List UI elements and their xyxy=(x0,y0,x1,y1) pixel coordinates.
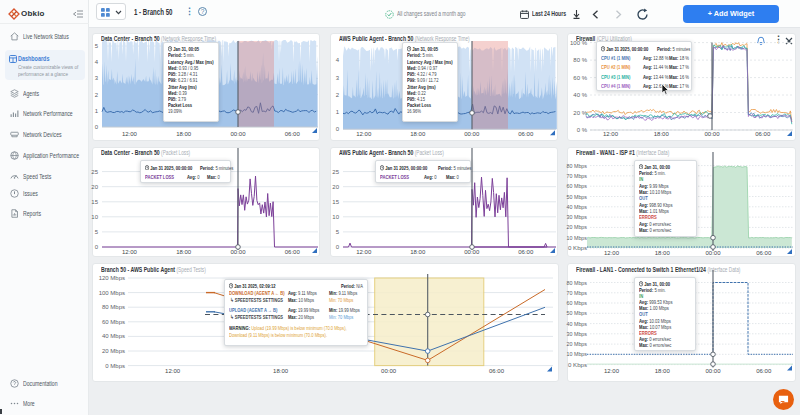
svg-text:50 Mbps: 50 Mbps xyxy=(567,194,588,200)
svg-text:18:00: 18:00 xyxy=(655,368,671,374)
svg-text:5: 5 xyxy=(336,229,340,235)
svg-text:2: 2 xyxy=(336,92,340,98)
svg-text:18:00: 18:00 xyxy=(655,250,671,256)
svg-text:06:00: 06:00 xyxy=(756,250,772,256)
svg-text:40 Mbps: 40 Mbps xyxy=(567,204,588,210)
svg-text:80 Mbps: 80 Mbps xyxy=(567,163,588,169)
svg-text:00:00: 00:00 xyxy=(705,368,721,374)
svg-text:25: 25 xyxy=(332,169,339,175)
svg-text:12:00: 12:00 xyxy=(165,368,181,374)
svg-text:40 Mbps: 40 Mbps xyxy=(102,333,125,339)
svg-text:12:00: 12:00 xyxy=(604,250,620,256)
svg-text:0: 0 xyxy=(95,124,99,130)
svg-text:12:00: 12:00 xyxy=(122,131,138,137)
svg-text:06:00: 06:00 xyxy=(489,368,505,374)
svg-text:60 Mbps: 60 Mbps xyxy=(102,319,125,325)
svg-text:70 Mbps: 70 Mbps xyxy=(567,173,588,179)
svg-text:20 %: 20 % xyxy=(573,110,587,116)
svg-text:06:00: 06:00 xyxy=(518,249,534,255)
svg-text:0 Kbps: 0 Kbps xyxy=(568,362,587,368)
svg-text:18:00: 18:00 xyxy=(410,249,426,255)
svg-text:30 Mbps: 30 Mbps xyxy=(567,214,588,220)
svg-text:18:00: 18:00 xyxy=(273,368,289,374)
svg-text:25: 25 xyxy=(91,169,98,175)
svg-text:40 Mbps: 40 Mbps xyxy=(567,321,588,327)
svg-text:10 Mbps: 10 Mbps xyxy=(567,235,588,241)
svg-text:1: 1 xyxy=(336,109,340,115)
svg-text:80 Mbps: 80 Mbps xyxy=(567,280,588,286)
svg-text:3: 3 xyxy=(336,75,340,81)
svg-text:00:00: 00:00 xyxy=(381,368,397,374)
svg-text:06:00: 06:00 xyxy=(756,368,772,374)
svg-text:18:00: 18:00 xyxy=(654,131,670,137)
svg-text:50 Mbps: 50 Mbps xyxy=(567,310,588,316)
svg-text:70 Mbps: 70 Mbps xyxy=(567,290,588,296)
svg-text:0: 0 xyxy=(95,244,99,250)
svg-text:18:00: 18:00 xyxy=(176,249,192,255)
svg-text:120 Mbps: 120 Mbps xyxy=(99,275,125,281)
svg-text:10: 10 xyxy=(91,214,98,220)
svg-text:1: 1 xyxy=(95,108,99,114)
svg-text:0 Mbps: 0 Mbps xyxy=(105,363,125,369)
svg-text:2: 2 xyxy=(95,92,99,98)
svg-text:20: 20 xyxy=(91,184,98,190)
svg-text:20 Mbps: 20 Mbps xyxy=(567,224,588,230)
svg-text:100 %: 100 % xyxy=(570,40,588,46)
svg-text:5: 5 xyxy=(95,229,99,235)
svg-text:80 %: 80 % xyxy=(573,57,587,63)
svg-text:06:00: 06:00 xyxy=(518,131,534,137)
svg-text:40 %: 40 % xyxy=(573,92,587,98)
svg-text:5: 5 xyxy=(95,43,99,49)
svg-text:06:00: 06:00 xyxy=(755,131,771,137)
svg-text:12:00: 12:00 xyxy=(122,249,138,255)
svg-text:100 Mbps: 100 Mbps xyxy=(99,290,125,296)
svg-text:12:00: 12:00 xyxy=(356,131,372,137)
svg-text:18:00: 18:00 xyxy=(176,131,192,137)
svg-text:10: 10 xyxy=(332,214,339,220)
svg-text:3: 3 xyxy=(95,75,99,81)
svg-text:00:00: 00:00 xyxy=(464,131,480,137)
svg-text:0 Kbps: 0 Kbps xyxy=(568,245,587,251)
svg-text:60 %: 60 % xyxy=(573,75,587,81)
svg-text:4: 4 xyxy=(336,57,340,63)
svg-text:20 Mbps: 20 Mbps xyxy=(102,348,125,354)
svg-text:60 Mbps: 60 Mbps xyxy=(567,300,588,306)
svg-text:00:00: 00:00 xyxy=(704,131,720,137)
svg-text:06:00: 06:00 xyxy=(285,131,301,137)
svg-text:0: 0 xyxy=(336,244,340,250)
svg-text:20: 20 xyxy=(332,184,339,190)
svg-text:10 Mbps: 10 Mbps xyxy=(567,351,588,357)
svg-text:12:00: 12:00 xyxy=(604,368,620,374)
svg-text:18:00: 18:00 xyxy=(410,131,426,137)
svg-text:80 Mbps: 80 Mbps xyxy=(102,304,125,310)
svg-text:15: 15 xyxy=(91,199,98,205)
svg-text:20 Mbps: 20 Mbps xyxy=(567,341,588,347)
svg-text:12:00: 12:00 xyxy=(603,131,619,137)
svg-text:60 Mbps: 60 Mbps xyxy=(567,183,588,189)
svg-text:30 Mbps: 30 Mbps xyxy=(567,331,588,337)
svg-text:12:00: 12:00 xyxy=(356,249,372,255)
svg-text:0 %: 0 % xyxy=(577,127,588,133)
svg-text:00:00: 00:00 xyxy=(230,131,246,137)
svg-text:4: 4 xyxy=(95,59,99,65)
svg-text:0: 0 xyxy=(336,126,340,132)
svg-text:06:00: 06:00 xyxy=(285,249,301,255)
svg-text:15: 15 xyxy=(332,199,339,205)
